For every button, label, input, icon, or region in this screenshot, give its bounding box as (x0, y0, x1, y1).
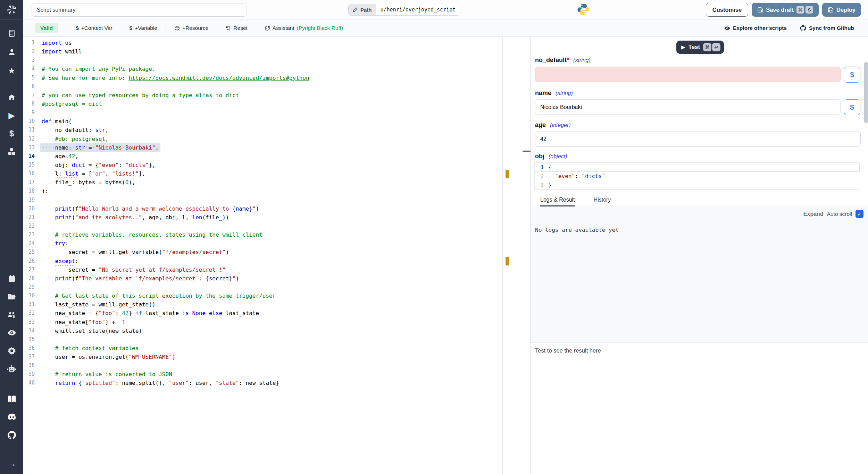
code-line[interactable]: 20 print(f"Hello World and a warm welcom… (23, 204, 523, 213)
line-number: 23 (23, 230, 35, 239)
code-line[interactable]: 24 try: (23, 239, 523, 248)
windmill-logo[interactable] (0, 0, 23, 19)
code-line[interactable]: 23 # retrieve variables, resources, stat… (23, 230, 523, 239)
customise-button[interactable]: Customise (706, 3, 748, 17)
tab-logs-result[interactable]: Logs & Result (540, 193, 575, 206)
json-brace: { (548, 164, 552, 170)
explore-other-scripts-button[interactable]: Explore other scripts (724, 25, 787, 31)
line-number: 18 (23, 187, 35, 195)
code-line[interactable]: 25 secret = wmill.get_variable("f/exampl… (23, 248, 523, 256)
sidebar-expand[interactable]: → (0, 453, 23, 474)
line-number: 3 (23, 56, 35, 65)
code-line[interactable]: 8#postgresql = dict (23, 100, 523, 108)
deploy-button[interactable]: Deploy (822, 3, 861, 17)
code-line[interactable]: 15 obj: dict = {"even": "dicts"}, (23, 161, 523, 169)
sync-from-github-button[interactable]: Sync from Github (800, 25, 854, 31)
sidebar-item-groups[interactable] (0, 307, 23, 323)
sidebar-item-schedules[interactable] (0, 271, 23, 287)
code-line[interactable]: 34 wmill.set_state(new_state) (23, 327, 523, 335)
line-number: 11 (23, 126, 35, 134)
code-line[interactable]: 32 new_state = {"foo": 42} if last_state… (23, 309, 523, 318)
workspace-icon (8, 29, 16, 37)
code-line[interactable]: 2import wmill (23, 47, 523, 56)
script-summary-input[interactable] (32, 3, 247, 17)
pencil-icon (353, 7, 358, 12)
line-number: 13 (23, 143, 35, 152)
code-line[interactable]: 3 (23, 56, 523, 65)
sidebar-item-ai-assistant[interactable] (0, 361, 23, 377)
code-line[interactable]: 7# you can use typed resources by doing … (23, 91, 523, 100)
field-label-name: name (string) (535, 90, 573, 97)
path-value: u/henri/overjoyed_script (376, 4, 460, 15)
code-line[interactable]: 33 new_state["foo"] += 1 (23, 318, 523, 327)
save-draft-button[interactable]: Save draft ⌘S (752, 3, 819, 17)
kbd-cmd: ⌘ (703, 43, 711, 51)
code-line[interactable]: 39 # return value is converted to JSON (23, 370, 523, 379)
warning-marker (506, 170, 509, 178)
assistant-button[interactable]: Assistant (Pyright Black Ruff) (256, 23, 351, 33)
reset-button[interactable]: Reset (217, 23, 256, 33)
autoscroll-checkbox[interactable]: ✓ (856, 210, 863, 218)
package-icon (174, 25, 180, 31)
sidebar-item-runs[interactable]: ▶ (0, 108, 23, 124)
age-input[interactable] (535, 131, 861, 147)
tab-history[interactable]: History (594, 193, 611, 206)
sidebar-item-github[interactable] (0, 427, 23, 443)
line-number: 8 (23, 100, 35, 108)
code-line[interactable]: 17 file_: bytes = bytes(0), (23, 178, 523, 187)
sidebar-item-home[interactable] (0, 90, 23, 105)
sidebar-item-docs[interactable] (0, 391, 23, 407)
no-default-variable-picker-button[interactable]: $ (844, 67, 860, 83)
save-draft-label: Save draft (766, 7, 794, 13)
sidebar-item-account[interactable] (0, 44, 23, 60)
code-line[interactable]: 21 print("and its acolytes..", age, obj,… (23, 213, 523, 222)
code-line[interactable]: 27 secret = "No secret yet at f/examples… (23, 265, 523, 274)
no-default-input[interactable] (535, 67, 841, 82)
add-context-var-button[interactable]: $ +Context Var (67, 23, 120, 33)
resource-label: +Resource (182, 25, 208, 31)
code-line[interactable]: 29 (23, 283, 523, 291)
panel-scrollbar[interactable] (864, 62, 868, 123)
code-line[interactable]: 1import os (23, 39, 523, 47)
code-line[interactable]: 12 #db: postgresql, (23, 135, 523, 143)
code-line[interactable]: 13····name:·str·=·"Nicolas·Bourbaki", (23, 143, 523, 152)
dollar-icon: $ (76, 25, 79, 31)
add-variable-button[interactable]: $ +Variable (121, 23, 166, 33)
code-line[interactable]: 40 return {"splitted": name.split(), "us… (23, 379, 523, 387)
code-line[interactable]: 5# See here for more info: https://docs.… (23, 74, 523, 82)
code-line[interactable]: 31 last_state = wmill.get_state() (23, 300, 523, 309)
code-line[interactable]: 36 # fetch context variables (23, 344, 523, 353)
sidebar-item-folders[interactable] (0, 289, 23, 305)
code-line[interactable]: 19 (23, 196, 523, 204)
code-line[interactable]: 38 (23, 361, 523, 370)
sidebar-item-workspace[interactable] (0, 25, 23, 41)
sidebar-item-audit-logs[interactable] (0, 325, 23, 341)
expand-button[interactable]: Expand (803, 211, 824, 217)
code-line[interactable]: 18): (23, 187, 523, 195)
name-variable-picker-button[interactable]: $ (844, 99, 860, 115)
sidebar-item-variables[interactable]: $ (0, 126, 23, 142)
code-line[interactable]: 30 # Get last state of this script execu… (23, 291, 523, 300)
code-line[interactable]: 28 print(f"The variable at `f/examples/s… (23, 274, 523, 283)
code-line[interactable]: 22 (23, 222, 523, 230)
code-line[interactable]: 14 age=42, (23, 152, 523, 161)
add-resource-button[interactable]: +Resource (166, 23, 217, 33)
sidebar-item-settings[interactable] (0, 343, 23, 359)
code-line[interactable]: 16 l: list = ["or", "lists!"], (23, 169, 523, 178)
code-line[interactable]: 37 user = os.environ.get("WM_USERNAME") (23, 353, 523, 361)
code-line[interactable]: 9 (23, 108, 523, 117)
test-button[interactable]: ▶ Test ⌘↵ (676, 41, 724, 54)
code-line[interactable]: 4# You can import any PyPi package. (23, 65, 523, 73)
code-line[interactable]: 11 no_default: str, (23, 126, 523, 134)
code-line[interactable]: 10def main( (23, 117, 523, 126)
path-badge[interactable]: Path u/henri/overjoyed_script (348, 4, 460, 16)
code-line[interactable]: 26 except: (23, 257, 523, 265)
sidebar-item-resources[interactable] (0, 144, 23, 160)
obj-json-editor[interactable]: 1 { 2 "even": "dicts" 3 } (534, 162, 860, 190)
sidebar-item-discord[interactable] (0, 409, 23, 425)
name-input[interactable] (535, 99, 841, 115)
code-editor[interactable]: 1import os2import wmill34# You can impor… (23, 37, 523, 474)
code-line[interactable]: 6 (23, 82, 523, 91)
code-line[interactable]: 35 (23, 335, 523, 344)
sidebar-item-favorites[interactable]: ★ (0, 63, 23, 79)
